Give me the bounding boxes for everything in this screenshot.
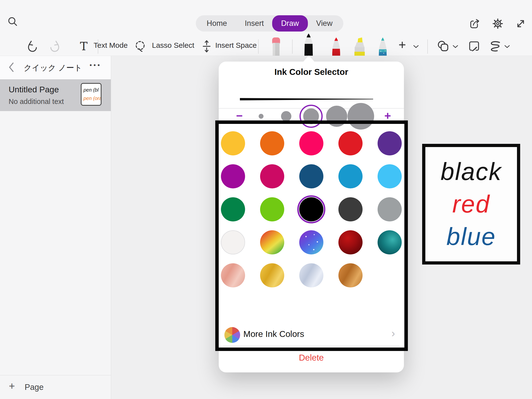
tab-view[interactable]: View xyxy=(307,16,342,31)
add-pen-button[interactable]: + xyxy=(399,37,406,52)
stroke-size-decrease-button[interactable]: − xyxy=(233,109,246,123)
more-ink-colors-label: More Ink Colors xyxy=(243,329,304,339)
thumbnail-ink-text: pen (ora xyxy=(83,94,101,102)
color-swatch-red[interactable] xyxy=(338,131,363,155)
ink-drawing-box: blackredblue xyxy=(422,144,520,265)
stroke-preview xyxy=(240,97,373,101)
plus-icon: + xyxy=(9,380,15,392)
ribbon-tabbar: HomeInsertDrawView xyxy=(196,15,343,32)
ink-word-black: black xyxy=(441,156,502,188)
undo-icon[interactable] xyxy=(26,39,38,53)
ink-word-red: red xyxy=(452,188,490,221)
share-icon[interactable] xyxy=(468,17,481,30)
page-title: Untitled Page xyxy=(9,85,59,94)
stroke-size-preset-5[interactable] xyxy=(348,103,374,130)
text-mode-label[interactable]: Text Mode xyxy=(94,41,128,50)
sidebar-header: クイック ノート ••• xyxy=(0,56,111,79)
color-swatch-white[interactable] xyxy=(221,230,245,254)
color-swatch-green[interactable] xyxy=(221,197,245,221)
tab-insert[interactable]: Insert xyxy=(236,16,273,31)
black-pen-selected[interactable] xyxy=(301,33,316,57)
stroke-size-preset-2[interactable] xyxy=(281,111,291,121)
color-swatch-gray[interactable] xyxy=(378,197,402,221)
more-ink-colors-row[interactable]: More Ink Colors › xyxy=(219,326,404,344)
chevron-right-icon: › xyxy=(391,327,395,339)
color-swatch-light-blue[interactable] xyxy=(378,164,402,188)
color-swatch-magenta[interactable] xyxy=(221,164,245,188)
color-swatch-dark-gray[interactable] xyxy=(338,197,363,221)
chevron-down-icon[interactable] xyxy=(504,44,510,50)
color-swatch-bronze[interactable] xyxy=(338,263,363,287)
color-swatch-black[interactable] xyxy=(299,197,323,221)
stroke-size-preset-1[interactable] xyxy=(259,114,264,119)
chevron-down-icon[interactable] xyxy=(413,44,419,50)
popup-title: Ink Color Selector xyxy=(219,67,404,77)
add-page-row[interactable]: + Page xyxy=(0,375,111,399)
ink-color-selector-popup: Ink Color Selector − + More Ink Colors ›… xyxy=(219,62,404,372)
color-swatch-grid xyxy=(221,131,402,287)
color-swatch-dark-blue[interactable] xyxy=(299,164,323,188)
stroke-size-preset-4[interactable] xyxy=(326,106,347,127)
ink-word-blue: blue xyxy=(446,221,496,253)
red-pen[interactable] xyxy=(330,37,343,57)
color-swatch-silver[interactable] xyxy=(299,263,323,287)
toolbar-divider xyxy=(427,39,428,54)
onenote-app: HomeInsertDrawView xyxy=(0,0,532,399)
color-swatch-teal-ocean[interactable] xyxy=(378,230,402,254)
color-swatch-purple[interactable] xyxy=(378,131,402,155)
page-thumbnail: pen (blpen (ora xyxy=(81,83,101,106)
text-mode-icon[interactable]: T xyxy=(78,39,89,54)
chevron-down-icon[interactable] xyxy=(452,44,459,50)
color-swatch-cerulean-blue[interactable] xyxy=(338,164,363,188)
eraser-tool[interactable] xyxy=(270,37,282,57)
tab-home[interactable]: Home xyxy=(198,16,236,31)
yellow-highlighter[interactable] xyxy=(353,37,366,57)
page-subtitle: No additional text xyxy=(9,98,64,106)
color-swatch-orange[interactable] xyxy=(260,131,284,155)
thumbnail-ink-text: pen (bl xyxy=(83,86,101,94)
toolbar-divider xyxy=(258,39,259,54)
tab-draw[interactable]: Draw xyxy=(272,15,308,32)
search-icon[interactable] xyxy=(6,15,19,28)
lasso-select-label[interactable]: Lasso Select xyxy=(152,41,194,50)
redo-icon[interactable] xyxy=(49,39,62,53)
toolbar-divider xyxy=(292,39,293,54)
color-swatch-yellow[interactable] xyxy=(221,131,245,155)
color-swatch-dark-red-lava[interactable] xyxy=(338,230,363,254)
galaxy-pencil[interactable] xyxy=(376,37,389,57)
divider xyxy=(223,346,399,346)
stroke-size-increase-button[interactable]: + xyxy=(381,109,395,123)
color-swatch-light-green[interactable] xyxy=(260,197,284,221)
notebook-title: クイック ノート xyxy=(17,63,89,73)
lasso-select-icon[interactable] xyxy=(133,39,147,53)
insert-space-label[interactable]: Insert Space xyxy=(215,41,257,50)
color-wheel-icon xyxy=(224,327,240,343)
page-list-item-selected[interactable]: Untitled Page No additional text pen (bl… xyxy=(0,79,111,111)
color-swatch-pink[interactable] xyxy=(299,131,323,155)
delete-pen-button[interactable]: Delete xyxy=(219,353,404,363)
add-page-label: Page xyxy=(25,382,44,392)
color-swatch-rainbow-glitter[interactable] xyxy=(260,230,284,254)
fullscreen-icon[interactable] xyxy=(514,17,527,30)
settings-gear-icon[interactable] xyxy=(491,17,504,30)
shapes-icon[interactable] xyxy=(436,39,450,53)
insert-space-icon[interactable] xyxy=(200,39,213,54)
color-swatch-galaxy[interactable] xyxy=(299,230,323,254)
scribble-icon[interactable] xyxy=(488,39,502,53)
header-bar: HomeInsertDrawView xyxy=(0,0,532,56)
color-swatch-rose-gold[interactable] xyxy=(221,263,245,287)
more-options-icon[interactable]: ••• xyxy=(90,61,101,69)
color-swatch-raspberry[interactable] xyxy=(260,164,284,188)
sidebar-pages-panel: クイック ノート ••• Untitled Page No additional… xyxy=(0,56,111,399)
color-swatch-gold[interactable] xyxy=(260,263,284,287)
back-chevron-icon[interactable] xyxy=(7,62,16,73)
page-pen-icon[interactable] xyxy=(467,39,481,53)
stroke-size-preset-3[interactable] xyxy=(303,108,319,124)
